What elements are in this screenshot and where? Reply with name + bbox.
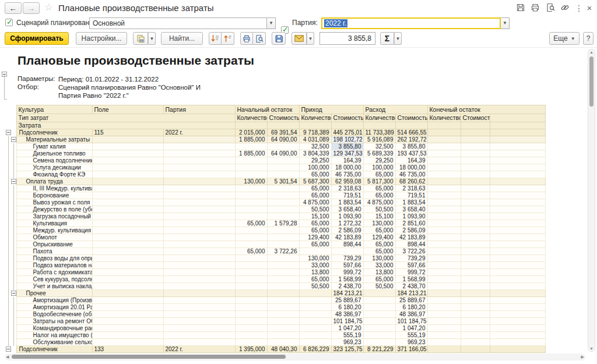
cell-batch[interactable] bbox=[163, 325, 235, 332]
cell-cost-item[interactable]: Загрузка посадочный материал (кук.подсол… bbox=[16, 213, 92, 220]
tree-gutter[interactable] bbox=[11, 136, 16, 143]
cell-value[interactable]: 65,000 bbox=[299, 171, 331, 178]
cell-value[interactable] bbox=[427, 171, 461, 178]
cell-field[interactable] bbox=[92, 339, 163, 346]
cell-value[interactable] bbox=[267, 234, 299, 241]
cell-field[interactable] bbox=[92, 290, 163, 297]
cell-filler[interactable] bbox=[490, 234, 545, 241]
cell-value[interactable]: 13,800 bbox=[363, 269, 395, 276]
vertical-scroll-thumb[interactable] bbox=[589, 56, 594, 107]
cell-value[interactable] bbox=[461, 227, 490, 234]
cell-value[interactable]: 4 875,000 bbox=[299, 199, 331, 206]
cell-value[interactable] bbox=[235, 325, 267, 332]
cell-cost-item[interactable]: Услуга десикации bbox=[16, 164, 92, 171]
cell-value[interactable]: 2 318,63 bbox=[395, 185, 427, 192]
cell-filler[interactable] bbox=[490, 241, 545, 248]
cell-field[interactable] bbox=[92, 150, 163, 157]
cell-batch[interactable]: 2022 г. bbox=[163, 346, 235, 353]
cell-batch[interactable] bbox=[163, 276, 235, 283]
cell-value[interactable]: 445 275,01 bbox=[331, 129, 363, 136]
cell-value[interactable] bbox=[461, 353, 490, 354]
cell-batch[interactable] bbox=[163, 269, 235, 276]
cell-value[interactable]: 46 735,00 bbox=[331, 171, 363, 178]
cell-value[interactable] bbox=[267, 276, 299, 283]
cell-value[interactable] bbox=[461, 150, 490, 157]
cell-value[interactable]: 33,000 bbox=[363, 262, 395, 269]
cell-batch[interactable] bbox=[163, 318, 235, 325]
cell-value[interactable]: 6 180,20 bbox=[331, 304, 363, 311]
cell-value[interactable]: 42 183,89 bbox=[395, 234, 427, 241]
cell-value[interactable] bbox=[267, 325, 299, 332]
cell-value[interactable]: 719,51 bbox=[331, 192, 363, 199]
cell-value[interactable]: 33,000 bbox=[299, 262, 331, 269]
cell-value[interactable] bbox=[299, 304, 331, 311]
cell-value[interactable]: 2 015,000 bbox=[235, 129, 267, 136]
cell-value[interactable] bbox=[461, 318, 490, 325]
cell-value[interactable]: 25 889,67 bbox=[331, 297, 363, 304]
cell-value[interactable] bbox=[267, 157, 299, 164]
cell-value[interactable] bbox=[299, 297, 331, 304]
cell-value[interactable]: 597,66 bbox=[395, 262, 427, 269]
send-email-button[interactable] bbox=[292, 32, 307, 45]
cell-filler[interactable] bbox=[490, 332, 545, 339]
cell-value[interactable] bbox=[461, 283, 490, 290]
cell-value[interactable]: 64 090,00 bbox=[267, 150, 299, 157]
cell-value[interactable]: 65,000 bbox=[363, 241, 395, 248]
collapse-group-icon[interactable] bbox=[6, 347, 11, 352]
cell-filler[interactable] bbox=[490, 304, 545, 311]
cell-value[interactable]: 193 437,53 bbox=[395, 150, 427, 157]
save-icon[interactable] bbox=[516, 3, 526, 13]
cell-value[interactable]: 555,19 bbox=[395, 332, 427, 339]
cell-value[interactable] bbox=[427, 185, 461, 192]
cell-value[interactable]: 2 851,60 bbox=[395, 220, 427, 227]
cell-value[interactable] bbox=[461, 255, 490, 262]
cell-value[interactable]: 1 885,000 bbox=[235, 150, 267, 157]
cell-value[interactable]: 3 855,80 bbox=[331, 143, 363, 150]
cell-value[interactable]: 11 733,389 bbox=[363, 129, 395, 136]
cell-filler[interactable] bbox=[490, 290, 545, 297]
cell-field[interactable] bbox=[92, 192, 163, 199]
cell-value[interactable]: 3 658,40 bbox=[331, 206, 363, 213]
cell-value[interactable] bbox=[461, 192, 490, 199]
cell-value[interactable] bbox=[427, 248, 461, 255]
cell-value[interactable]: 130,000 bbox=[235, 178, 267, 185]
cell-value[interactable] bbox=[299, 311, 331, 318]
cell-value[interactable]: 64 090,00 bbox=[267, 136, 299, 143]
cell-value[interactable] bbox=[461, 206, 490, 213]
cell-filler[interactable] bbox=[490, 171, 545, 178]
cell-field[interactable] bbox=[92, 311, 163, 318]
cell-value[interactable] bbox=[331, 248, 363, 255]
cell-value[interactable] bbox=[299, 332, 331, 339]
favorite-star-icon[interactable]: ☆ bbox=[44, 2, 53, 13]
cell-filler[interactable] bbox=[490, 248, 545, 255]
cell-value[interactable]: 130,000 bbox=[299, 255, 331, 262]
cell-value[interactable] bbox=[235, 185, 267, 192]
cell-value[interactable]: 1 885,000 bbox=[235, 136, 267, 143]
cell-value[interactable]: 32,500 bbox=[299, 143, 331, 150]
cell-value[interactable] bbox=[363, 297, 395, 304]
cell-value[interactable] bbox=[461, 171, 490, 178]
cell-filler[interactable] bbox=[490, 213, 545, 220]
cell-value[interactable]: 1 579,28 bbox=[267, 220, 299, 227]
cell-value[interactable] bbox=[235, 206, 267, 213]
cell-filler[interactable] bbox=[490, 255, 545, 262]
cell-field[interactable] bbox=[92, 255, 163, 262]
cell-field[interactable] bbox=[92, 283, 163, 290]
cell-filler[interactable] bbox=[490, 150, 545, 157]
cell-filler[interactable] bbox=[490, 157, 545, 164]
cell-value[interactable] bbox=[427, 262, 461, 269]
cell-filler[interactable] bbox=[490, 129, 545, 136]
horizontal-scrollbar[interactable]: ◀ ▶ bbox=[5, 354, 585, 361]
cell-field[interactable] bbox=[92, 262, 163, 269]
cell-batch[interactable] bbox=[163, 178, 235, 185]
cell-value[interactable]: 50,500 bbox=[363, 283, 395, 290]
cell-value[interactable] bbox=[235, 318, 267, 325]
cell-cost-item[interactable]: Обмолот bbox=[16, 234, 92, 241]
cell-cost-item[interactable]: Дизельное топливо bbox=[16, 150, 92, 157]
cell-filler[interactable] bbox=[490, 136, 545, 143]
cell-field[interactable] bbox=[92, 325, 163, 332]
cell-value[interactable]: 130,000 bbox=[363, 220, 395, 227]
cell-cost-item[interactable]: Семена подсолнечника "НК Брио"150 KS (ги… bbox=[16, 157, 92, 164]
cell-value[interactable]: 1 568,99 bbox=[395, 276, 427, 283]
cell-value[interactable]: 62 959,08 bbox=[331, 178, 363, 185]
